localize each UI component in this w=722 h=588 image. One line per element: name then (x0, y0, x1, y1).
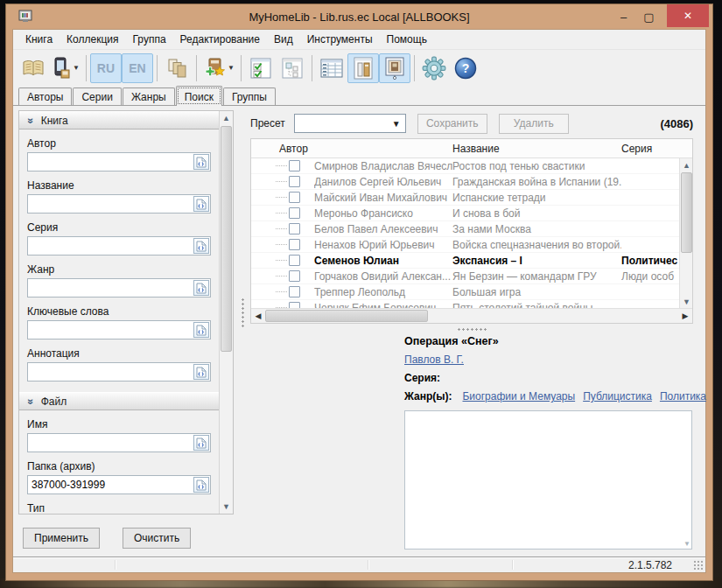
scroll-up-icon[interactable]: ▲ (220, 111, 233, 125)
scrollbar-thumb[interactable] (221, 126, 232, 352)
author-link[interactable]: Павлов В. Г. (404, 354, 464, 366)
author-input[interactable] (28, 154, 193, 170)
svg-text:?: ? (462, 61, 470, 75)
minimize-button[interactable]: – (611, 6, 636, 27)
tree-cell (251, 255, 314, 266)
table-row[interactable]: Треппер Леопольд Большая игра (251, 284, 692, 300)
cover-preview-button[interactable] (379, 53, 410, 83)
close-button[interactable]: ✕ (667, 4, 709, 27)
apply-button[interactable]: Применить (23, 528, 100, 549)
text-pattern-icon[interactable] (193, 238, 209, 254)
table-row[interactable]: Смирнов Владислав Вячесл... Ростов под т… (251, 158, 692, 174)
file-group-header[interactable]: » Файл (19, 392, 219, 410)
table-rows: Смирнов Владислав Вячесл... Ростов под т… (251, 158, 692, 309)
genre-input[interactable] (28, 280, 193, 296)
row-checkbox[interactable] (289, 176, 300, 187)
add-book-button[interactable]: ▼ (200, 53, 237, 83)
menu-book[interactable]: Книга (18, 31, 60, 48)
text-pattern-icon[interactable] (193, 280, 209, 296)
scrollbar-thumb[interactable] (265, 310, 428, 322)
row-checkbox[interactable] (289, 223, 300, 234)
folder-input[interactable] (28, 477, 193, 493)
table-horizontal-scrollbar[interactable]: ◀ ▶ (251, 308, 692, 323)
export-device-button[interactable]: ▼ (49, 53, 82, 83)
settings-button[interactable] (418, 53, 450, 83)
help-button[interactable]: ? (450, 53, 481, 83)
menu-help[interactable]: Помощь (380, 31, 434, 48)
preset-combobox[interactable]: ▼ (294, 114, 406, 133)
select-books-button[interactable] (245, 53, 277, 83)
delete-preset-button[interactable]: Удалить (499, 114, 569, 134)
scroll-up-icon[interactable]: ▲ (680, 158, 693, 172)
cell-title: Ян Берзин — командарм ГРУ (452, 270, 621, 283)
clear-button[interactable]: Очистить (123, 528, 191, 549)
menu-edit[interactable]: Редактирование (173, 31, 267, 48)
tab-search[interactable]: Поиск (176, 86, 222, 106)
genre-link[interactable]: Политика (660, 390, 706, 402)
row-checkbox[interactable] (289, 160, 300, 172)
filename-input[interactable] (28, 435, 193, 451)
row-checkbox[interactable] (289, 207, 300, 219)
annotation-input[interactable] (28, 364, 193, 380)
tab-authors[interactable]: Авторы (18, 88, 72, 105)
keywords-input[interactable] (28, 322, 193, 338)
tab-genres[interactable]: Жанры (123, 88, 175, 105)
chevron-down-icon: ▼ (228, 64, 235, 72)
series-input[interactable] (28, 238, 193, 254)
row-checkbox[interactable] (289, 286, 300, 298)
title-input[interactable] (28, 196, 193, 212)
table-view-button[interactable] (316, 53, 347, 83)
table-row[interactable]: Ненахов Юрий Юрьевич Войска спецназначен… (251, 237, 692, 253)
column-view-button[interactable] (347, 53, 379, 83)
column-series[interactable]: Серия (621, 143, 692, 155)
genre-link[interactable]: Публицистика (583, 390, 652, 402)
row-checkbox[interactable] (289, 270, 300, 282)
text-pattern-icon[interactable] (193, 196, 209, 212)
book-group-header[interactable]: » Книга (19, 111, 219, 130)
annotation-box[interactable]: ▼ (404, 410, 692, 550)
table-row[interactable]: Горчаков Овидий Алексан... Ян Берзин — к… (251, 269, 692, 284)
menu-group[interactable]: Группа (126, 31, 173, 48)
text-pattern-icon[interactable] (193, 435, 209, 451)
row-checkbox[interactable] (289, 255, 300, 266)
scroll-right-icon[interactable]: ▶ (678, 312, 692, 320)
text-pattern-icon[interactable] (193, 322, 209, 338)
text-pattern-icon[interactable] (193, 154, 209, 170)
copy-button[interactable] (161, 53, 193, 83)
tree-view-button[interactable] (277, 53, 308, 83)
scroll-down-icon[interactable]: ▼ (220, 500, 233, 514)
table-row[interactable]: Белов Павел Алексеевич За нами Москва (251, 221, 692, 237)
column-title[interactable]: Название (452, 143, 621, 155)
scroll-down-icon[interactable]: ▼ (680, 295, 693, 309)
tab-groups[interactable]: Группы (223, 88, 276, 105)
column-author[interactable]: Автор (279, 143, 452, 155)
table-row[interactable]: Мероньо Франсиско И снова в бой (251, 206, 692, 221)
vertical-splitter[interactable] (238, 110, 247, 514)
filter-panel-scrollbar[interactable]: ▲ ▼ (219, 111, 233, 514)
text-pattern-icon[interactable] (193, 477, 209, 493)
table-row[interactable]: Данилов Сергей Юльевич Гражданская война… (251, 174, 692, 190)
lang-ru-toggle[interactable]: RU (90, 53, 122, 83)
table-row[interactable]: Майский Иван Михайлович Испанские тетрад… (251, 190, 692, 206)
table-vertical-scrollbar[interactable]: ▲ ▼ (679, 158, 692, 309)
menu-view[interactable]: Вид (267, 31, 300, 48)
maximize-button[interactable]: ▢ (636, 6, 662, 27)
cell-title: Испанские тетради (452, 192, 621, 204)
menu-collection[interactable]: Коллекция (60, 31, 125, 48)
tab-series[interactable]: Серии (73, 88, 121, 105)
scrollbar-thumb[interactable] (681, 172, 692, 253)
menu-tools[interactable]: Инструменты (300, 31, 380, 48)
table-row-selected[interactable]: Семенов Юлиан Экспансия – I Политичес (251, 253, 692, 269)
text-pattern-icon[interactable] (193, 364, 209, 380)
horizontal-splitter[interactable] (250, 326, 693, 333)
resize-grip[interactable] (693, 560, 704, 570)
row-checkbox[interactable] (289, 192, 300, 203)
row-checkbox[interactable] (289, 239, 300, 250)
titlebar[interactable]: MyHomeLib - Lib.rus.ec Local [ALLBOOKS] … (6, 4, 712, 29)
book-info-button[interactable] (18, 53, 49, 83)
genre-link[interactable]: Биографии и Мемуары (462, 390, 575, 402)
save-preset-button[interactable]: Сохранить (417, 114, 487, 134)
scroll-left-icon[interactable]: ◀ (251, 312, 265, 320)
help-icon: ? (453, 56, 478, 80)
lang-en-toggle[interactable]: EN (122, 53, 153, 83)
